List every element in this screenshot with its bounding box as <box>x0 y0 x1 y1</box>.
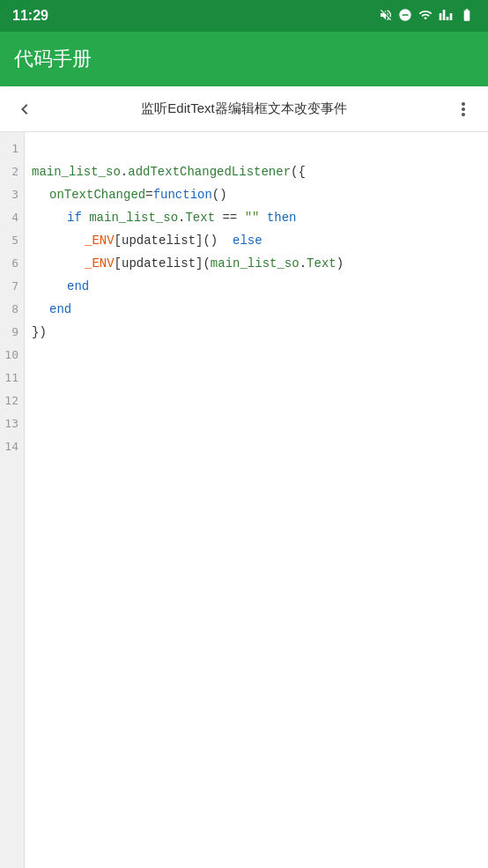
line-num-9: 9 <box>0 321 24 344</box>
code-line-6: _ENV[updatelist](main_list_so.Text) <box>32 252 481 275</box>
code-token: ]( <box>196 252 211 275</box>
code-line-11 <box>32 367 481 389</box>
code-line-1 <box>32 137 481 160</box>
code-token: ({ <box>291 160 306 183</box>
code-token: . <box>178 206 185 229</box>
code-token: main_list_so <box>89 206 178 229</box>
status-time: 11:29 <box>12 8 48 24</box>
code-token: _ENV <box>85 252 115 275</box>
line-num-11: 11 <box>0 367 24 389</box>
line-num-8: 8 <box>0 298 24 321</box>
line-num-6: 6 <box>0 252 24 275</box>
code-token-then: then <box>267 206 297 229</box>
code-line-10 <box>32 344 481 367</box>
code-line-3: onTextChanged=function() <box>32 183 481 206</box>
line-numbers: 1 2 3 4 5 6 7 8 9 10 11 12 13 14 <box>0 132 25 868</box>
code-area: 1 2 3 4 5 6 7 8 9 10 11 12 13 14 main_li… <box>0 132 488 868</box>
code-token: addTextChangedListener <box>128 160 291 183</box>
code-token-end2: end <box>49 298 71 321</box>
code-token: = <box>145 183 152 206</box>
code-token <box>259 206 266 229</box>
code-token-end: end <box>67 275 89 298</box>
line-num-1: 1 <box>0 137 24 160</box>
line-num-3: 3 <box>0 183 24 206</box>
code-token: updatelist <box>122 252 196 275</box>
battery-icon <box>458 8 476 25</box>
code-token-else: else <box>233 229 262 252</box>
code-content: main_list_so.addTextChangedListener({ on… <box>25 132 488 868</box>
line-num-7: 7 <box>0 275 24 298</box>
line-num-2: 2 <box>0 160 24 183</box>
code-line-4: if main_list_so.Text == "" then <box>32 206 481 229</box>
code-token: function <box>153 183 212 206</box>
code-token: main_list_so <box>32 160 121 183</box>
code-token <box>82 206 89 229</box>
code-token: == <box>215 206 245 229</box>
code-token: _ENV <box>85 229 115 252</box>
signal-icon <box>439 8 453 25</box>
wifi-icon <box>418 8 433 25</box>
code-token: . <box>121 160 128 183</box>
line-num-4: 4 <box>0 206 24 229</box>
code-line-9: }) <box>32 321 481 344</box>
line-num-12: 12 <box>0 389 24 412</box>
sub-header: 监听EditText器编辑框文本改变事件 <box>0 86 488 132</box>
status-icons <box>379 8 476 25</box>
sub-header-title: 监听EditText器编辑框文本改变事件 <box>41 100 447 117</box>
code-token-if: if <box>67 206 82 229</box>
code-token: main_list_so <box>211 252 299 275</box>
code-token: }) <box>32 321 47 344</box>
code-token: "" <box>245 206 260 229</box>
line-num-5: 5 <box>0 229 24 252</box>
block-icon <box>398 8 412 25</box>
code-line-8: end <box>32 298 481 321</box>
code-line-12 <box>32 389 481 412</box>
code-token: Text <box>185 206 215 229</box>
code-line-7: end <box>32 275 481 298</box>
code-token: ) <box>336 252 344 275</box>
code-line-14 <box>32 435 481 458</box>
mute-icon <box>379 8 393 25</box>
code-line-5: _ENV[updatelist]() else <box>32 229 481 252</box>
code-token: . <box>299 252 307 275</box>
back-button[interactable] <box>9 93 41 125</box>
code-token: onTextChanged <box>49 183 145 206</box>
line-num-13: 13 <box>0 412 24 435</box>
code-token: () <box>212 183 227 206</box>
code-token: [ <box>115 229 122 252</box>
code-line-2: main_list_so.addTextChangedListener({ <box>32 160 481 183</box>
app-bar: 代码手册 <box>0 32 488 86</box>
line-num-14: 14 <box>0 435 24 458</box>
code-token <box>218 229 233 252</box>
code-line-13 <box>32 412 481 435</box>
code-token: updatelist <box>122 229 196 252</box>
status-bar: 11:29 <box>0 0 488 32</box>
app-title: 代码手册 <box>14 46 92 72</box>
code-token: ]() <box>196 229 218 252</box>
more-button[interactable] <box>447 93 479 125</box>
line-num-10: 10 <box>0 344 24 367</box>
code-token: [ <box>115 252 122 275</box>
code-token: Text <box>307 252 336 275</box>
